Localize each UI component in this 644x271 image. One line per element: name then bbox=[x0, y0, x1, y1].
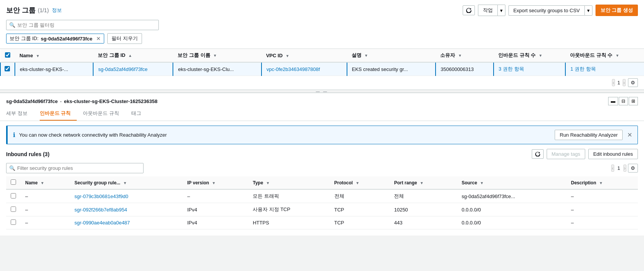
action-dropdown-button[interactable]: ▾ bbox=[497, 5, 505, 16]
inbound-col-protocol: Protocol bbox=[334, 180, 353, 186]
inbound-rules-table: Name ▼ Security group rule... ▼ IP versi… bbox=[6, 176, 638, 229]
sort-icon[interactable]: ▼ bbox=[615, 53, 619, 58]
refresh-button[interactable] bbox=[463, 5, 475, 15]
page-number: 1 bbox=[617, 80, 620, 85]
col-outbound: 아웃바운드 규칙 수 bbox=[570, 52, 612, 58]
inbound-row-checkbox[interactable] bbox=[11, 219, 16, 225]
inbound-search-input[interactable] bbox=[6, 163, 144, 173]
cell-outbound: 1 권한 항목 bbox=[565, 62, 644, 76]
inbound-col-ip-version: IP version bbox=[187, 180, 209, 186]
filter-tag-close-icon[interactable]: ✕ bbox=[96, 36, 101, 41]
create-security-group-button[interactable]: 보안 그룹 생성 bbox=[596, 5, 638, 16]
sort-icon[interactable]: ▼ bbox=[599, 181, 603, 185]
export-dropdown-button[interactable]: ▾ bbox=[584, 5, 592, 16]
panel-sg-name: eks-cluster-sg-EKS-Cluster-1625236358 bbox=[64, 98, 157, 104]
panel-view-icon-2[interactable]: ⊟ bbox=[619, 97, 628, 105]
outbound-link[interactable]: 1 권한 항목 bbox=[570, 66, 596, 72]
banner-close-icon[interactable]: ✕ bbox=[627, 131, 632, 139]
inbound-rule-row[interactable]: – sgr-0990ae4eab0a0e487 IPv4 HTTPS TCP 4… bbox=[6, 216, 638, 229]
filter-clear-button[interactable]: 필터 지우기 bbox=[107, 33, 142, 44]
inbound-rule-row[interactable]: – sgr-092f266b7ef8ab954 IPv4 사용자 지정 TCP … bbox=[6, 203, 638, 216]
sort-icon[interactable]: ▼ bbox=[40, 181, 44, 185]
inbound-cell-rule-id: sgr-0990ae4eab0a0e487 bbox=[70, 216, 182, 229]
sort-icon[interactable]: ▼ bbox=[36, 54, 40, 58]
chevron-down-icon: ▾ bbox=[500, 8, 503, 13]
tab-details[interactable]: 세부 정보 bbox=[6, 107, 34, 121]
inbound-cell-source: 0.0.0.0/0 bbox=[457, 203, 567, 216]
sort-icon[interactable]: ▼ bbox=[123, 181, 127, 185]
info-link[interactable]: 정보 bbox=[52, 7, 62, 14]
vpc-id-link[interactable]: vpc-0fe2b34634987808f bbox=[266, 66, 320, 72]
sort-icon[interactable]: ▼ bbox=[420, 181, 424, 185]
sg-id-link[interactable]: sg-0da52af4d96f73fce bbox=[98, 66, 147, 72]
cell-vpc-id: vpc-0fe2b34634987808f bbox=[261, 62, 347, 76]
filter-tag-label: 보안 그룹 ID: bbox=[10, 35, 39, 42]
rule-id-link[interactable]: sgr-0990ae4eab0a0e487 bbox=[74, 220, 130, 226]
inbound-row-checkbox[interactable] bbox=[11, 206, 16, 212]
sort-icon[interactable]: ▼ bbox=[458, 53, 462, 58]
sort-icon[interactable]: ▼ bbox=[364, 53, 368, 58]
next-page-button[interactable]: › bbox=[623, 79, 626, 86]
inbound-rule-row[interactable]: – sgr-079c3b0681e43f9d0 – 모든 트래픽 전체 전체 s… bbox=[6, 189, 638, 203]
search-input[interactable] bbox=[6, 20, 159, 30]
inbound-cell-name: – bbox=[21, 203, 70, 216]
filter-tag-value: sg-0da52af4d96f73fce bbox=[41, 36, 92, 42]
panel-separator: - bbox=[60, 98, 61, 104]
inbound-cell-type: 모든 트래픽 bbox=[248, 189, 329, 203]
inbound-cell-port-range: 10250 bbox=[389, 203, 457, 216]
inbound-page-number: 1 bbox=[616, 165, 621, 171]
sort-icon[interactable]: ▼ bbox=[266, 181, 270, 185]
refresh-inbound-button[interactable] bbox=[532, 149, 544, 159]
search-icon: 🔍 bbox=[9, 22, 15, 28]
cell-name: eks-cluster-sg-EKS-... bbox=[15, 62, 93, 76]
rule-id-link[interactable]: sgr-079c3b0681e43f9d0 bbox=[74, 194, 128, 199]
sort-icon[interactable]: ▼ bbox=[539, 53, 542, 58]
sort-icon[interactable]: ▲ bbox=[128, 53, 132, 58]
col-sg-name: 보안 그룹 이름 bbox=[178, 52, 210, 58]
select-all-checkbox[interactable] bbox=[5, 52, 10, 58]
inbound-col-source: Source bbox=[462, 180, 477, 186]
edit-inbound-rules-button[interactable]: Edit inbound rules bbox=[588, 149, 638, 159]
inbound-select-all-checkbox[interactable] bbox=[11, 179, 16, 185]
sort-icon[interactable]: ▼ bbox=[212, 181, 216, 185]
inbound-cell-ip-version: IPv4 bbox=[183, 203, 249, 216]
inbound-next-page-button[interactable]: › bbox=[623, 165, 626, 172]
prev-page-button[interactable]: ‹ bbox=[612, 79, 615, 86]
inbound-col-description: Description bbox=[571, 180, 596, 186]
col-owner: 소유자 bbox=[440, 52, 455, 58]
action-button[interactable]: 작업 bbox=[478, 5, 497, 16]
inbound-settings-button[interactable]: ⚙ bbox=[628, 164, 638, 173]
table-row[interactable]: eks-cluster-sg-EKS-... sg-0da52af4d96f73… bbox=[0, 62, 644, 76]
rule-id-link[interactable]: sgr-092f266b7ef8ab954 bbox=[74, 207, 127, 213]
chevron-down-icon: ▾ bbox=[587, 8, 590, 13]
inbound-cell-protocol: TCP bbox=[330, 216, 390, 229]
inbound-cell-rule-id: sgr-079c3b0681e43f9d0 bbox=[70, 189, 182, 203]
resize-handle[interactable]: — — bbox=[0, 90, 644, 93]
inbound-link[interactable]: 3 권한 항목 bbox=[499, 66, 524, 72]
inbound-cell-description: – bbox=[567, 189, 638, 203]
tab-tags[interactable]: 태그 bbox=[131, 107, 147, 121]
resize-dots: — — bbox=[316, 89, 328, 94]
inbound-cell-protocol: TCP bbox=[330, 203, 390, 216]
sort-icon[interactable]: ▼ bbox=[286, 54, 289, 58]
panel-view-icon-3[interactable]: ⊞ bbox=[629, 97, 638, 105]
run-reachability-button[interactable]: Run Reachability Analyzer bbox=[555, 130, 623, 140]
inbound-cell-port-range: 전체 bbox=[389, 189, 457, 203]
inbound-cell-type: 사용자 지정 TCP bbox=[248, 203, 329, 216]
sort-icon[interactable]: ▼ bbox=[480, 181, 484, 185]
inbound-cell-source: sg-0da52af4d96f73fce... bbox=[457, 189, 567, 203]
cell-sg-id: sg-0da52af4d96f73fce bbox=[93, 62, 173, 76]
inbound-row-checkbox[interactable] bbox=[11, 193, 16, 198]
cell-inbound: 3 권한 항목 bbox=[494, 62, 565, 76]
row-checkbox[interactable] bbox=[5, 66, 10, 71]
sort-icon[interactable]: ▼ bbox=[356, 181, 360, 185]
reachability-analyzer-banner: ℹ You can now check network connectivity… bbox=[6, 126, 638, 144]
page-title: 보안 그룹 bbox=[6, 6, 36, 15]
tab-inbound-rules[interactable]: 인바운드 규칙 bbox=[40, 107, 77, 121]
panel-view-icon-1[interactable]: ▬ bbox=[608, 97, 618, 105]
inbound-prev-page-button[interactable]: ‹ bbox=[611, 165, 614, 172]
sort-icon[interactable]: ▼ bbox=[213, 53, 217, 58]
tab-outbound-rules[interactable]: 아웃바운드 규칙 bbox=[83, 107, 125, 121]
export-button[interactable]: Export security groups to CSV bbox=[508, 5, 584, 16]
table-settings-button[interactable]: ⚙ bbox=[628, 78, 638, 87]
